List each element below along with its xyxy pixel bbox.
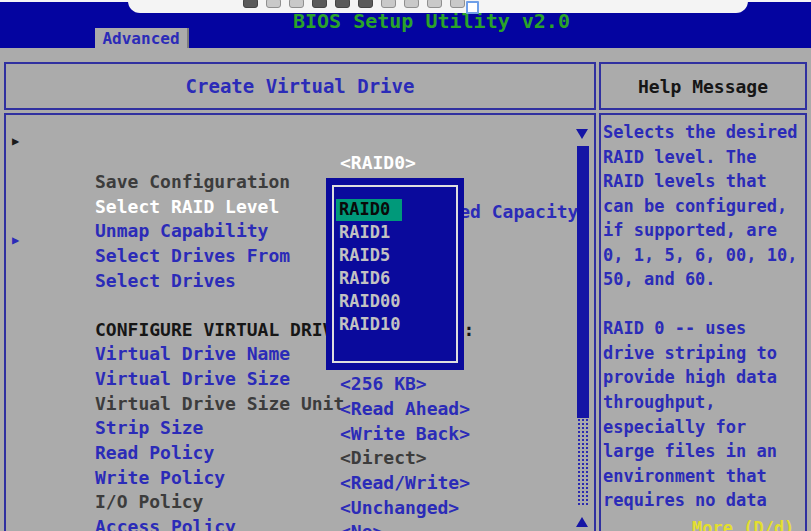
menu-row[interactable]: Unmap Capability <box>6 176 572 201</box>
help-line: large files in an <box>603 440 807 465</box>
dropdown-option[interactable]: RAID10 <box>339 314 458 337</box>
scrollbar-thumb[interactable] <box>577 146 589 418</box>
bios-screen: BIOS Setup Utility v2.0 Advanced Create … <box>0 0 811 531</box>
submenu-arrow-icon: ▶ <box>12 229 19 251</box>
toolbar-glyph-icon[interactable] <box>404 0 419 8</box>
toolbar-glyph-icon[interactable] <box>450 0 465 8</box>
dropdown-option[interactable]: RAID5 <box>339 245 458 268</box>
help-line: Selects the desired <box>603 121 807 146</box>
menu-row[interactable]: I/O Policy <Direct> <box>6 447 572 472</box>
menu-item-value: <256 KB> <box>340 373 427 395</box>
menu-item-value: <Unchanged> <box>340 497 459 519</box>
menu-row[interactable]: Drive Cache <Unchanged> <box>6 497 572 522</box>
menu-row[interactable]: Strip Size <256 KB> <box>6 373 572 398</box>
menu-item-value: <Direct> <box>340 447 427 469</box>
help-line: 50, and 60. <box>603 268 807 293</box>
toolbar-glyph-icon[interactable] <box>312 0 327 8</box>
menu-row[interactable]: Virtual Drive Name <box>6 299 572 324</box>
help-line: RAID level. The <box>603 146 807 171</box>
toolbar-glyph-icon[interactable] <box>335 0 350 8</box>
menu-row[interactable]: Virtual Drive Size Unit <box>6 349 572 374</box>
menu-row[interactable]: Read Policy <Read Ahead> <box>6 398 572 423</box>
checkbox-icon[interactable] <box>466 1 479 14</box>
page-title-label: Create Virtual Drive <box>186 75 415 97</box>
menu-item-value: <Write Back> <box>340 423 470 445</box>
page-title: Create Virtual Drive <box>4 62 596 110</box>
help-line: if supported, are <box>603 219 807 244</box>
tab-advanced[interactable]: Advanced <box>95 28 189 48</box>
help-line <box>603 293 807 318</box>
help-panel-title-label: Help Message <box>638 76 768 97</box>
toolbar-glyph-icon[interactable] <box>381 0 396 8</box>
menu-item-value: <No> <box>340 521 383 531</box>
help-line: can be configured, <box>603 195 807 220</box>
help-line: provide high data <box>603 366 807 391</box>
menu-item-value: <RAID0> <box>340 152 416 174</box>
menu-row[interactable]: Disable Background <No> <box>6 521 572 531</box>
dropdown-option[interactable]: RAID1 <box>339 222 458 245</box>
help-panel-title: Help Message <box>599 62 807 110</box>
toolbar-glyph-icon[interactable] <box>358 0 373 8</box>
help-line: environment that <box>603 465 807 490</box>
help-line: RAID levels that <box>603 170 807 195</box>
menu-row[interactable]: Select RAID Level <RAID0> <box>6 152 572 177</box>
menu-item-value: <Read Ahead> <box>340 398 470 420</box>
menu-row[interactable]: Write Policy <Write Back> <box>6 423 572 448</box>
scrollbar-track[interactable] <box>577 418 589 506</box>
help-line: requires no data <box>603 489 807 514</box>
menu-row[interactable]: Access Policy <Read/Write> <box>6 472 572 497</box>
menu-row[interactable]: ▶ Save Configuration <box>6 127 572 152</box>
dropdown-option[interactable]: RAID0 <box>339 199 458 222</box>
dropdown-option[interactable]: RAID6 <box>339 268 458 291</box>
help-line: throughput, <box>603 391 807 416</box>
help-line: RAID 0 -- uses <box>603 317 807 342</box>
dropdown-options: RAID0RAID1RAID5RAID6RAID00RAID10 <box>339 199 458 337</box>
scroll-indicator-top-icon[interactable] <box>576 129 588 139</box>
menu-row[interactable]: Select Drives From <Unconfigured Capacit… <box>6 201 572 226</box>
toolbar-glyph-icon[interactable] <box>266 0 281 8</box>
toolbar-glyph-icon[interactable] <box>243 0 258 8</box>
menu-item-value: <Read/Write> <box>340 472 470 494</box>
overlay-toolbar <box>128 0 748 13</box>
toolbar-glyph-icon[interactable] <box>289 0 304 8</box>
help-text: Selects the desiredRAID level. TheRAID l… <box>603 121 807 514</box>
menu-row[interactable]: ▶ Select Drives <box>6 226 572 251</box>
raid-level-dropdown: RAID0RAID1RAID5RAID6RAID00RAID10 <box>326 178 464 370</box>
options-list: ▶ Save Configuration Select RAID Level <… <box>6 127 572 531</box>
toolbar-glyph-icon[interactable] <box>427 0 442 8</box>
menu-row[interactable]: Virtual Drive Size <box>6 324 572 349</box>
dropdown-option[interactable]: RAID00 <box>339 291 458 314</box>
menu-row[interactable]: CONFIGURE VIRTUAL DRIVE PARAMETERS: <box>6 275 572 300</box>
scroll-indicator-bottom-icon[interactable] <box>576 517 588 527</box>
help-line: drive striping to <box>603 342 807 367</box>
help-line: 0, 1, 5, 6, 00, 10, <box>603 244 807 269</box>
more-hint: More (D/d) <box>692 518 794 531</box>
help-line: especially for <box>603 416 807 441</box>
submenu-arrow-icon: ▶ <box>12 130 19 152</box>
menu-row[interactable] <box>6 250 572 275</box>
